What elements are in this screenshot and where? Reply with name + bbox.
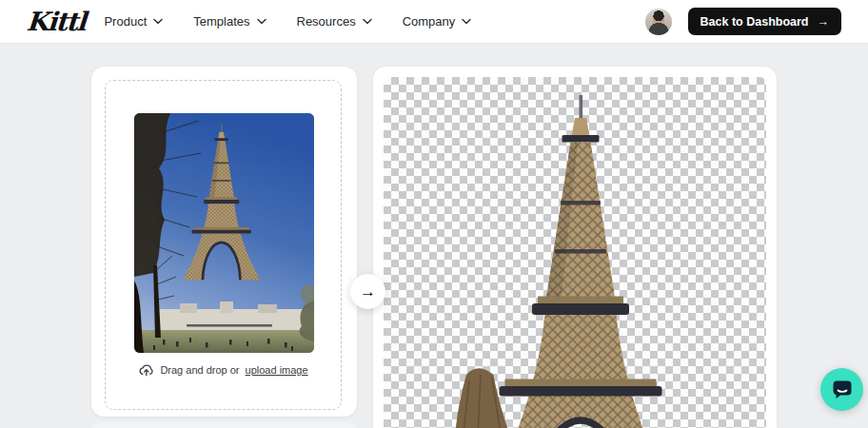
back-to-dashboard-label: Back to Dashboard — [700, 15, 809, 29]
eiffel-cutout-illustration — [438, 95, 723, 428]
nav-menu: Product Templates Resources Company — [104, 14, 471, 29]
nav-item-company[interactable]: Company — [403, 14, 472, 29]
arrow-right-icon: → — [818, 15, 830, 29]
upload-hint: Drag and drop or upload image — [106, 362, 341, 378]
drag-drop-text: Drag and drop or — [160, 364, 239, 376]
upload-dropzone[interactable]: Drag and drop or upload image — [105, 80, 342, 410]
cloud-upload-icon — [138, 362, 154, 378]
user-avatar[interactable] — [645, 9, 672, 35]
chevron-down-icon — [153, 18, 163, 25]
chevron-down-icon — [462, 18, 471, 25]
result-card — [373, 67, 777, 428]
arrow-right-icon: → — [360, 282, 376, 302]
eiffel-photo-illustration — [134, 113, 314, 353]
chat-bubble-icon — [832, 379, 853, 399]
original-image — [134, 113, 314, 353]
chevron-down-icon — [257, 18, 266, 25]
process-arrow-button[interactable]: → — [350, 274, 385, 309]
upload-card: Drag and drop or upload image — [91, 67, 357, 417]
chevron-down-icon — [363, 18, 372, 25]
upload-image-link[interactable]: upload image — [246, 364, 308, 376]
nav-right: Back to Dashboard → — [645, 8, 841, 35]
transparency-checkerboard — [384, 77, 766, 428]
nav-item-product[interactable]: Product — [104, 14, 163, 29]
nav-item-label: Product — [104, 14, 147, 29]
nav-item-resources[interactable]: Resources — [297, 14, 372, 29]
back-to-dashboard-button[interactable]: Back to Dashboard → — [688, 8, 841, 35]
kittl-logo[interactable]: Kittl — [26, 9, 86, 34]
next-upload-card-edge — [91, 422, 357, 428]
nav-item-label: Resources — [297, 14, 356, 29]
nav-item-label: Templates — [193, 14, 249, 29]
page: Kittl Product Templates Resources Compan… — [0, 0, 868, 428]
nav-item-label: Company — [403, 14, 456, 29]
nav-item-templates[interactable]: Templates — [193, 14, 266, 29]
top-nav: Kittl Product Templates Resources Compan… — [0, 0, 868, 44]
chat-launcher-button[interactable] — [820, 368, 863, 411]
